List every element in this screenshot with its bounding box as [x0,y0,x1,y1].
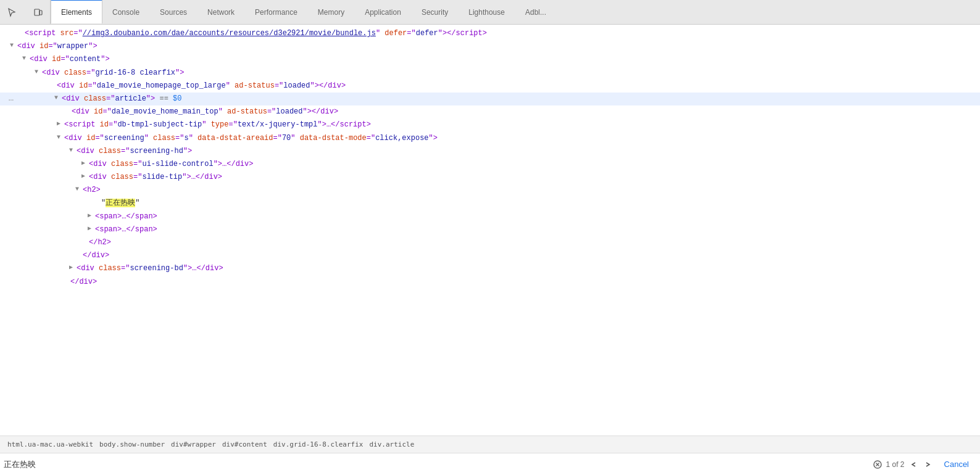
tab-bar: Elements Console Sources Network Perform… [0,0,980,25]
dom-line-content: <div id="content"> [0,53,980,66]
triangle-span2[interactable] [88,224,95,234]
dom-tree: <script src="//img3.doubanio.com/dae/acc… [0,25,980,436]
breadcrumb-item-grid[interactable]: div.grid-16-8.clearfix [271,439,366,450]
next-match-button[interactable] [922,458,934,471]
dom-line-screening-hd: <div class="screening-hd"> [0,145,980,158]
breadcrumb-bar: html.ua-mac.ua-webkit body.show-number d… [0,436,980,453]
tab-memory[interactable]: Memory [308,0,355,24]
highlighted-text: 正在热映 [106,199,135,207]
devtools-icons [0,0,51,24]
tab-network[interactable]: Network [197,0,245,24]
dom-line-screening-close: </div> [0,276,980,289]
search-input[interactable] [4,460,869,469]
clear-search-button[interactable] [871,458,884,471]
triangle-span1[interactable] [88,211,95,221]
search-bar: 1 of 2 Cancel [0,453,980,475]
triangle-script[interactable] [17,28,25,38]
triangle-content[interactable] [22,54,30,64]
svg-rect-1 [39,10,42,15]
triangle-top-large[interactable] [49,80,57,90]
search-count: 1 of 2 [886,460,905,469]
triangle-h2[interactable] [75,184,83,194]
triangle-wrapper[interactable] [10,41,17,51]
breadcrumb-item-content[interactable]: div#content [220,439,270,450]
triangle-text-node [94,197,101,207]
cursor-icon[interactable] [5,6,19,19]
more-options-button[interactable]: … [5,93,17,103]
dom-line-top-large: <div id="dale_movie_homepage_top_large" … [0,80,980,93]
triangle-article[interactable] [54,93,62,103]
dom-line-h2-close: </h2> [0,236,980,249]
triangle-screening-hd[interactable] [69,146,77,155]
triangle-grid[interactable] [35,67,42,77]
triangle-main-top[interactable] [64,106,72,116]
dom-line-screening-bd: <div class="screening-bd">…</div> [0,262,980,275]
devtools-main: <script src="//img3.doubanio.com/dae/acc… [0,25,980,475]
triangle-script-tmpl[interactable] [57,119,64,129]
cancel-button[interactable]: Cancel [937,457,976,471]
triangle-ui-slide[interactable] [81,159,89,168]
dom-line-script-tmpl: <script id="db-tmpl-subject-tip" type="t… [0,118,980,131]
tab-performance[interactable]: Performance [245,0,308,24]
tab-console[interactable]: Console [102,0,150,24]
dom-line-grid: <div class="grid-16-8 clearfix"> [0,67,980,80]
breadcrumb-item-wrapper[interactable]: div#wrapper [168,439,218,450]
dom-line-script: <script src="//img3.doubanio.com/dae/acc… [0,27,980,40]
triangle-screening-bd[interactable] [69,263,77,273]
dom-line-screening-hd-close: </div> [0,249,980,262]
device-icon[interactable] [31,6,45,19]
dom-line-ui-slide-control: <div class="ui-slide-control">…</div> [0,158,980,171]
triangle-screening[interactable] [57,133,64,142]
dom-line-slide-tip: <div class="slide-tip">…</div> [0,171,980,184]
triangle-slide-tip[interactable] [81,171,89,181]
tab-lighthouse[interactable]: Lighthouse [459,0,515,24]
dom-line-span1: <span>…</span> [0,210,980,223]
triangle-screening-hd-close [75,250,83,260]
breadcrumb-item-html[interactable]: html.ua-mac.ua-webkit [5,439,96,450]
breadcrumb-item-article[interactable]: div.article [367,439,417,450]
dom-line-wrapper: <div id="wrapper"> [0,40,980,53]
tab-elements[interactable]: Elements [51,0,102,23]
triangle-screening-close [63,276,70,286]
dom-line-text-zhengzai: "正在热映" [0,197,980,210]
dom-line-h2: <h2> [0,184,980,197]
tab-sources[interactable]: Sources [150,0,197,24]
svg-rect-0 [35,9,39,15]
dom-line-article: … <div class="article"> == $0 [0,93,980,105]
dom-line-screening: <div id="screening" class="s" data-dstat… [0,132,980,145]
breadcrumb-item-body[interactable]: body.show-number [97,439,167,450]
dom-line-main-top: <div id="dale_movie_home_main_top" ad-st… [0,105,980,118]
prev-match-button[interactable] [907,458,920,471]
tab-application[interactable]: Application [355,0,412,24]
script-src-link[interactable]: //img3.doubanio.com/dae/accounts/resourc… [83,28,376,39]
dom-line-span2: <span>…</span> [0,223,980,236]
tab-security[interactable]: Security [412,0,459,24]
tab-adblock[interactable]: Adbl... [515,0,557,24]
triangle-h2-close [81,237,89,247]
